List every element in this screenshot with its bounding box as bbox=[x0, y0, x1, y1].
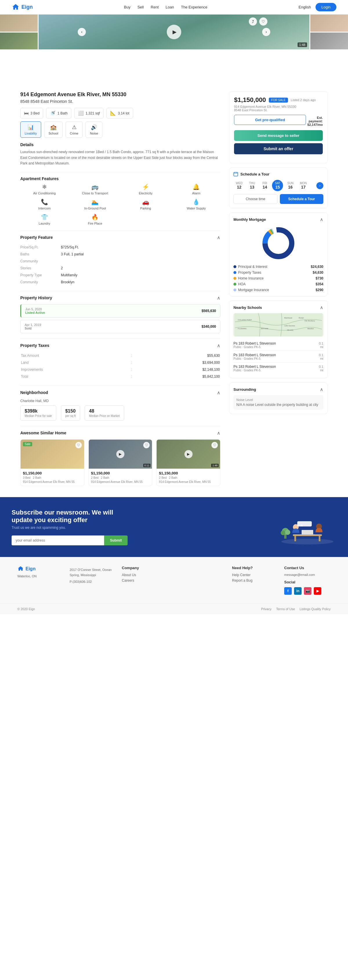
right-column: $1,150,000 FOR SALE Listed 2 days ago 91… bbox=[229, 91, 328, 491]
nb-price-value: $398k bbox=[25, 409, 52, 414]
similar-home-addr-3: 914 Edgemont Avenue Elk River, MN 55 bbox=[159, 480, 218, 484]
similar-home-fav-3[interactable]: ♡ bbox=[211, 442, 218, 448]
school-feature[interactable]: 🏫 School bbox=[44, 121, 63, 138]
similar-play-3[interactable]: ▶ bbox=[184, 450, 193, 458]
language-selector[interactable]: English bbox=[299, 5, 311, 9]
similar-bed-2: 2 Bed bbox=[91, 476, 99, 479]
footer-about-link[interactable]: About Us bbox=[122, 573, 226, 577]
apt-feature-laundry: 👕 Laundry bbox=[20, 213, 69, 225]
day-name-sun: SUN bbox=[287, 181, 293, 185]
transport-label: Close to Transport bbox=[82, 191, 108, 195]
apt-feature-intercom: 📞 Intercom bbox=[20, 199, 69, 210]
footer-terms-link[interactable]: Terms of Use bbox=[276, 607, 295, 611]
similar-home-badge-1: Sale bbox=[23, 442, 32, 446]
newsletter-email-input[interactable] bbox=[12, 536, 104, 545]
livability-feature[interactable]: 📊 Livability bbox=[20, 121, 41, 138]
apt-feature-water: 💧 Water Supply bbox=[172, 199, 221, 210]
cal-day-fri[interactable]: FRI 14 bbox=[259, 180, 270, 191]
left-column: 914 Edgemont Avenue Elk River, MN 55330 … bbox=[20, 91, 220, 491]
footer-social-title: Social bbox=[284, 580, 331, 584]
mortgage-items: Principal & Interest $24,630 Property Ta… bbox=[233, 265, 323, 292]
neighborhood-section: Neighborhood ∧ Charlotte Hall, MD $398k … bbox=[20, 385, 220, 425]
crime-feature[interactable]: ⚠ Crime bbox=[66, 121, 83, 138]
bed-icon: 🛏 bbox=[24, 111, 29, 116]
mortgage-insurance-left: Home Insurance bbox=[233, 276, 264, 280]
similar-collapse-icon: ∧ bbox=[217, 430, 220, 436]
cal-day-sat[interactable]: SAT 15 bbox=[272, 180, 283, 191]
cal-day-mon[interactable]: MON 17 bbox=[297, 180, 309, 191]
similar-homes-section: Awesome Similar Home ∧ Sale ♡ $1,150,000… bbox=[20, 426, 220, 490]
linkedin-icon[interactable]: in bbox=[294, 587, 302, 595]
hero-image-2 bbox=[0, 33, 38, 50]
noise-feature[interactable]: 🔊 Noise bbox=[85, 121, 102, 138]
footer-bug-link[interactable]: Report a Bug bbox=[232, 579, 278, 582]
cal-day-wed[interactable]: WED 12 bbox=[233, 180, 245, 191]
next-image-button[interactable]: › bbox=[262, 28, 270, 36]
favorite-button[interactable]: ♡ bbox=[259, 18, 267, 25]
footer-help-title: Need Help? bbox=[232, 566, 278, 570]
similar-homes-grid: Sale ♡ $1,150,000 3 Bed 2 Bath 914 Edgem… bbox=[20, 439, 220, 486]
instagram-icon[interactable]: 📷 bbox=[304, 587, 312, 595]
nav-loan[interactable]: Loan bbox=[166, 5, 174, 9]
nav-rent[interactable]: Rent bbox=[151, 5, 159, 9]
login-button[interactable]: Login bbox=[316, 3, 336, 11]
logo[interactable]: Eign bbox=[12, 3, 33, 11]
play-button[interactable] bbox=[167, 25, 181, 39]
property-history-header[interactable]: Property History ∧ bbox=[20, 295, 220, 301]
share-button[interactable]: ⤴ bbox=[249, 18, 257, 25]
footer-careers-link[interactable]: Careers bbox=[122, 579, 226, 582]
history-status-1: Listed Active bbox=[25, 311, 45, 314]
similar-homes-header[interactable]: Awesome Similar Home ∧ bbox=[20, 430, 220, 436]
tax-amount-label: Tax Amount bbox=[21, 352, 129, 359]
footer-privacy-link[interactable]: Privacy bbox=[261, 607, 271, 611]
newsletter-illustration bbox=[278, 510, 336, 544]
mortgage-header: Monthly Mortgage ∧ bbox=[233, 217, 323, 222]
property-feature-header[interactable]: Property Feature ∧ bbox=[20, 235, 220, 240]
submit-offer-button[interactable]: Submit an offer bbox=[234, 143, 323, 154]
community-value bbox=[61, 258, 220, 265]
similar-bath-1: 2 Bath bbox=[33, 476, 41, 479]
calendar-next-button[interactable]: › bbox=[316, 182, 323, 189]
prev-image-button[interactable]: ‹ bbox=[78, 28, 86, 36]
nav-sell[interactable]: Sell bbox=[138, 5, 144, 9]
table-row: Improvements : $2,148,100 bbox=[21, 366, 220, 373]
surrounding-collapse-icon: ∧ bbox=[320, 387, 323, 392]
pre-qualify-button[interactable]: Get pre-qualified bbox=[234, 115, 306, 125]
similar-home-info-3: $1,150,000 2 Bed 2 Bath 914 Edgemont Ave… bbox=[157, 469, 220, 486]
facebook-icon[interactable]: f bbox=[284, 587, 292, 595]
community2-value: Brooklyn bbox=[61, 278, 220, 286]
cal-day-thu[interactable]: THU 13 bbox=[247, 180, 258, 191]
similar-home-fav-2[interactable]: ♡ bbox=[143, 442, 150, 448]
similar-home-fav-1[interactable]: ♡ bbox=[75, 442, 82, 448]
nav-buy[interactable]: Buy bbox=[124, 5, 131, 9]
table-row: Community Brooklyn bbox=[20, 278, 220, 286]
svg-rect-0 bbox=[234, 172, 238, 176]
feature-table: Price/Sq.Ft. $725/Sq.Ft. Baths 3 Full, 1… bbox=[20, 244, 220, 286]
price-sqft-label: Price/Sq.Ft. bbox=[20, 244, 61, 251]
similar-homes-title: Awesome Similar Home bbox=[20, 431, 66, 435]
choose-time-button[interactable]: Choose time bbox=[233, 194, 278, 204]
footer-logo[interactable]: Eign bbox=[17, 566, 64, 572]
history-collapse-icon: ∧ bbox=[217, 295, 220, 301]
similar-home-img-3: ▶ ♡ 1:48 bbox=[157, 439, 220, 469]
nav-experience[interactable]: The Experience bbox=[181, 5, 207, 9]
send-message-button[interactable]: Send message to seller bbox=[234, 130, 323, 141]
newsletter-submit-button[interactable]: Submit bbox=[104, 536, 128, 545]
similar-bed-3: 2 Bed bbox=[159, 476, 166, 479]
day-num-fri: 14 bbox=[262, 185, 268, 189]
schedule-tour-button[interactable]: Schedule a Tour bbox=[280, 194, 323, 204]
tax-improvements-value: $2,148,100 bbox=[134, 366, 220, 373]
mortgage-item-principal: Principal & Interest $24,630 bbox=[233, 265, 323, 269]
similar-home-3: ▶ ♡ 1:48 $1,150,000 2 Bed 2 Bath 914 Edg… bbox=[156, 439, 220, 486]
property-taxes-header[interactable]: Property Taxes ∧ bbox=[20, 343, 220, 348]
similar-home-meta-2: 2 Bed 2 Bath bbox=[91, 476, 150, 479]
youtube-icon[interactable]: ▶ bbox=[314, 587, 321, 595]
day-name-fri: FRI bbox=[262, 181, 268, 185]
neighborhood-header[interactable]: Neighborhood ∧ bbox=[20, 390, 220, 395]
footer-helpcenter-link[interactable]: Help Center bbox=[232, 573, 278, 577]
similar-play-2[interactable]: ▶ bbox=[116, 450, 124, 458]
footer-quality-link[interactable]: Listings Quality Policy bbox=[300, 607, 331, 611]
features-row: 📊 Livability 🏫 School ⚠ Crime 🔊 Noise bbox=[20, 121, 220, 138]
cal-day-sun[interactable]: SUN 16 bbox=[285, 180, 296, 191]
property-feature-title: Property Feature bbox=[20, 235, 53, 240]
